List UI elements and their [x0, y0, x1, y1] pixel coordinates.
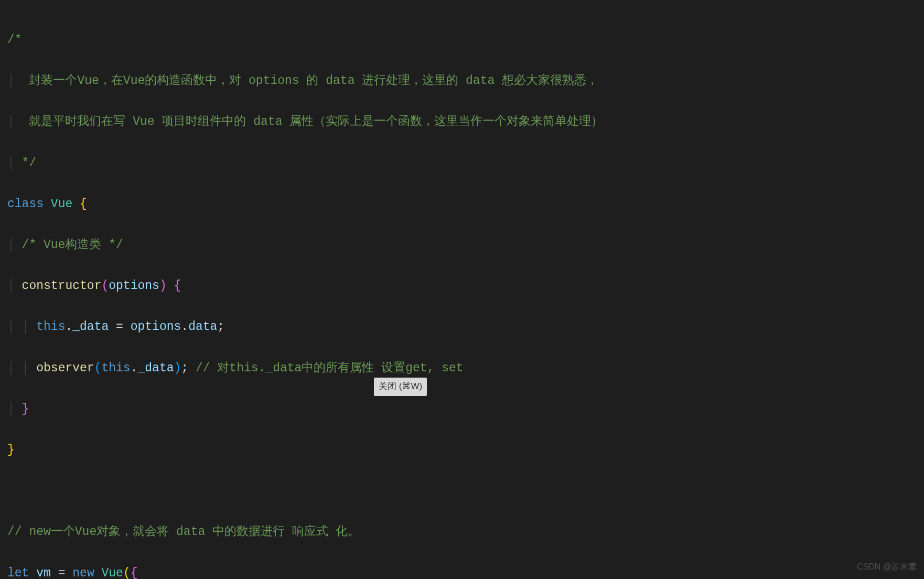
this-keyword: this: [36, 320, 65, 334]
param-options: options: [109, 279, 159, 293]
code-line: │ constructor(options) {: [7, 276, 917, 296]
code-line: let vm = new Vue({: [7, 563, 917, 579]
keyword-class: class: [7, 197, 44, 211]
comment-text: /* Vue构造类 */: [22, 238, 123, 252]
var-vm: vm: [36, 566, 51, 579]
brace-close: }: [22, 402, 29, 416]
code-line: │ /* Vue构造类 */: [7, 235, 917, 255]
comment-text: 就是平时我们在写 Vue 项目时组件中的 data 属性（实际上是一个函数，这里…: [15, 115, 603, 128]
constructor-keyword: constructor: [22, 279, 102, 293]
code-line: │ */: [7, 153, 917, 174]
watermark: CSDN @苏米素: [857, 560, 917, 574]
keyword-new: new: [72, 566, 94, 579]
comment-block-start: /*: [7, 33, 29, 47]
blank-line: [7, 481, 917, 501]
comment-line: // 对this._data中的所有属性 设置get, set: [196, 361, 464, 375]
code-line: class Vue {: [7, 194, 917, 215]
code-editor[interactable]: /* │ 封装一个Vue，在Vue的构造函数中，对 options 的 data…: [0, 0, 924, 579]
class-name: Vue: [51, 197, 72, 211]
prop-data: _data: [137, 361, 174, 375]
code-line: │ 封装一个Vue，在Vue的构造函数中，对 options 的 data 进行…: [7, 71, 917, 91]
code-line: }: [7, 440, 917, 460]
prop-data: _data: [72, 320, 109, 334]
close-tab-tooltip: 关闭 (⌘W): [374, 378, 427, 396]
brace-close: }: [7, 443, 15, 457]
code-line: │ │ observer(this._data); // 对this._data…: [7, 358, 917, 379]
code-line: /*: [7, 30, 917, 50]
fn-observer: observer: [36, 361, 94, 375]
code-line: // new一个Vue对象，就会将 data 中的数据进行 响应式 化。: [7, 522, 917, 542]
code-line: │ }: [7, 399, 917, 420]
this-keyword: this: [101, 361, 130, 375]
code-line: │ │ this._data = options.data;: [7, 317, 917, 337]
comment-text: 封装一个Vue，在Vue的构造函数中，对 options 的 data 进行处理…: [15, 74, 598, 88]
var-options: options: [131, 320, 181, 334]
comment-line: // new一个Vue对象，就会将 data 中的数据进行 响应式 化。: [7, 525, 360, 539]
comment-block-end: */: [15, 156, 36, 170]
code-line: │ 就是平时我们在写 Vue 项目时组件中的 data 属性（实际上是一个函数，…: [7, 112, 917, 132]
class-vue: Vue: [102, 566, 123, 579]
brace-open: {: [80, 197, 87, 211]
keyword-let: let: [7, 566, 29, 579]
prop-data: data: [188, 320, 217, 334]
